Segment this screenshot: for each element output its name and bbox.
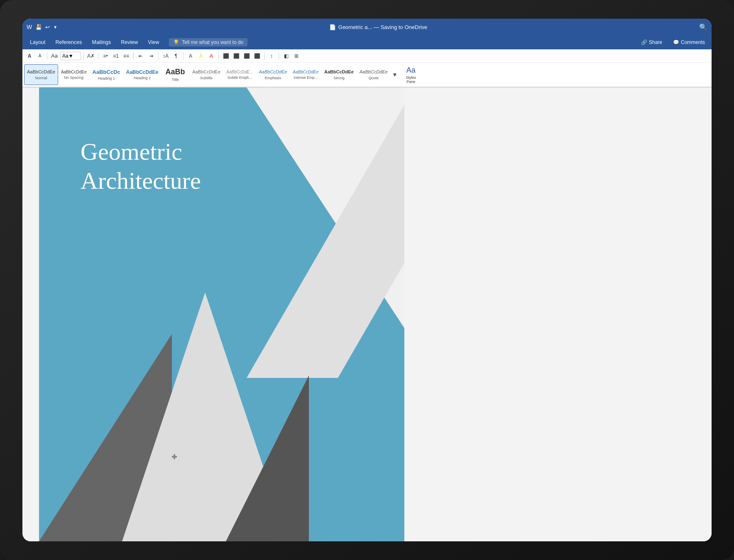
style-subtle-emph[interactable]: AaBbCcDdE... Subtle Emph... <box>223 64 256 85</box>
style-nospace-label: No Spacing <box>64 75 83 80</box>
style-emphasis[interactable]: AaBbCcDdEe Emphasis <box>256 64 290 85</box>
document-title: Geometric Architecture <box>81 137 201 195</box>
style-h2-preview: AaBbCcDdEe <box>126 69 158 75</box>
style-title[interactable]: AaBb Title <box>161 64 189 85</box>
menu-layout[interactable]: Layout <box>26 38 50 47</box>
ribbon-styles-row: AaBbCcDdEe Normal AaBbCcDdEe No Spacing … <box>22 63 712 87</box>
style-subtitle-preview: AaBbCcDdEe <box>192 69 220 75</box>
separator-2 <box>83 52 84 60</box>
font-color-selector[interactable]: A <box>186 51 195 61</box>
word-icon: W <box>27 24 32 30</box>
shading-btn[interactable]: ◧ <box>281 51 291 61</box>
share-icon: 🔗 <box>641 39 647 45</box>
separator-4 <box>133 52 134 60</box>
more-styles-button[interactable]: ▼ <box>391 64 399 85</box>
style-normal-preview: AaBbCcDdEe <box>27 69 55 75</box>
highlight-color-btn[interactable]: A <box>196 51 206 61</box>
separator-9 <box>279 52 279 60</box>
menu-bar: Layout References Mailings Review View 💡… <box>22 35 712 49</box>
separator-8 <box>264 52 264 60</box>
style-intense-emph[interactable]: AaBbCcDdEe Intense Emp... <box>290 64 321 85</box>
title-bar: W 💾 ↩ ▼ 📄 Geometric a... — Saving to One… <box>22 19 712 35</box>
text-color-btn[interactable]: A <box>207 51 216 61</box>
title-line1: Geometric <box>81 138 182 165</box>
doc-icon: 📄 <box>329 24 336 30</box>
style-title-preview: AaBb <box>166 68 185 77</box>
style-intense-preview: AaBbCcDdEe <box>293 70 318 75</box>
menu-review[interactable]: Review <box>117 38 142 47</box>
laptop-frame: W 💾 ↩ ▼ 📄 Geometric a... — Saving to One… <box>0 0 734 560</box>
style-h2-label: Heading 2 <box>134 76 151 80</box>
title-bar-left: W 💾 ↩ ▼ <box>27 24 57 30</box>
document-area: Geometric Architecture <box>22 88 712 541</box>
comment-icon: 💬 <box>673 39 679 45</box>
number-list-btn[interactable]: ≡1 <box>111 51 120 61</box>
justify-btn[interactable]: ⬛ <box>252 51 262 61</box>
separator-7 <box>218 52 219 60</box>
font-size-decrease[interactable]: A <box>25 51 34 61</box>
quick-access-undo[interactable]: ↩ <box>45 24 50 30</box>
menu-right: 🔗 Share 💬 Comments <box>638 38 708 46</box>
style-heading2[interactable]: AaBbCcDdEe Heading 2 <box>123 64 161 85</box>
style-intense-label: Intense Emp... <box>294 75 318 80</box>
menu-references[interactable]: References <box>51 38 86 47</box>
sort-btn[interactable]: ↕A <box>161 51 170 61</box>
line-spacing-btn[interactable]: ↕ <box>267 51 276 61</box>
document-cover: Geometric Architecture <box>39 88 404 541</box>
styles-pane-icon: Aa <box>406 66 416 75</box>
bullet-list-btn[interactable]: ≡• <box>101 51 110 61</box>
style-subtitle[interactable]: AaBbCcDdEe Subtitle <box>189 64 223 85</box>
quick-access-save[interactable]: 💾 <box>35 24 42 30</box>
font-selector[interactable]: Aa <box>50 51 59 61</box>
share-button[interactable]: 🔗 Share <box>638 38 665 46</box>
style-normal[interactable]: AaBbCcDdEe Normal <box>24 64 58 85</box>
doc-title: Geometric a... — Saving to OneDrive <box>338 24 428 30</box>
style-strong[interactable]: AaBbCcDdEe Strong <box>321 64 357 85</box>
ribbon-formatting-row: A A Aa Aa▼ A✗ ≡• ≡1 ≡≡ ⇤ ⇥ ↕A ¶ <box>22 49 712 63</box>
font-size-increase[interactable]: A <box>35 51 44 61</box>
separator-5 <box>158 52 159 60</box>
tell-me-label: Tell me what you want to do <box>182 39 243 45</box>
style-no-spacing[interactable]: AaBbCcDdEe No Spacing <box>58 64 90 85</box>
screen-bezel: W 💾 ↩ ▼ 📄 Geometric a... — Saving to One… <box>22 19 712 541</box>
lightbulb-icon: 💡 <box>173 39 179 45</box>
multi-list-btn[interactable]: ≡≡ <box>122 51 131 61</box>
share-label: Share <box>649 39 662 45</box>
align-center-btn[interactable]: ⬛ <box>232 51 241 61</box>
text-cursor <box>172 453 177 458</box>
ribbon-area: A A Aa Aa▼ A✗ ≡• ≡1 ≡≡ ⇤ ⇥ ↕A ¶ <box>22 49 712 88</box>
style-quote-label: Quote <box>369 76 379 80</box>
style-heading1[interactable]: AaBbCcDc Heading 1 <box>90 64 123 85</box>
separator-6 <box>183 52 184 60</box>
menu-mailings[interactable]: Mailings <box>88 38 115 47</box>
document-page[interactable]: Geometric Architecture <box>39 88 404 541</box>
clear-formatting-btn[interactable]: A✗ <box>86 51 95 61</box>
separator-1 <box>47 52 47 60</box>
title-bar-right: 🔍 <box>699 23 707 31</box>
style-h1-label: Heading 1 <box>98 76 115 80</box>
style-h1-preview: AaBbCcDc <box>93 69 120 75</box>
styles-pane-label: StylesPane <box>406 75 416 84</box>
title-line2: Architecture <box>81 167 201 194</box>
align-left-btn[interactable]: ⬛ <box>221 51 230 61</box>
menu-view[interactable]: View <box>144 38 163 47</box>
styles-pane-button[interactable]: Aa StylesPane <box>401 64 421 85</box>
style-quote-preview: AaBbCcDdEe <box>360 69 388 75</box>
search-icon[interactable]: 🔍 <box>699 23 707 31</box>
style-subtle-preview: AaBbCcDdE... <box>226 70 253 75</box>
tell-me-input[interactable]: 💡 Tell me what you want to do <box>169 38 247 46</box>
comments-button[interactable]: 💬 Comments <box>670 38 708 46</box>
quick-access-dropdown[interactable]: ▼ <box>53 25 57 29</box>
style-normal-label: Normal <box>35 76 47 80</box>
borders-btn[interactable]: ⊞ <box>292 51 301 61</box>
align-right-btn[interactable]: ⬛ <box>242 51 251 61</box>
style-subtitle-label: Subtitle <box>200 76 213 80</box>
increase-indent-btn[interactable]: ⇥ <box>147 51 156 61</box>
font-size-field[interactable]: Aa▼ <box>60 52 81 60</box>
word-application: W 💾 ↩ ▼ 📄 Geometric a... — Saving to One… <box>22 19 712 541</box>
shape-dark-right-pyramid <box>226 375 309 541</box>
decrease-indent-btn[interactable]: ⇤ <box>136 51 145 61</box>
show-para-btn[interactable]: ¶ <box>171 51 181 61</box>
style-quote[interactable]: AaBbCcDdEe Quote <box>357 64 391 85</box>
style-nospace-preview: AaBbCcDdEe <box>61 70 87 75</box>
